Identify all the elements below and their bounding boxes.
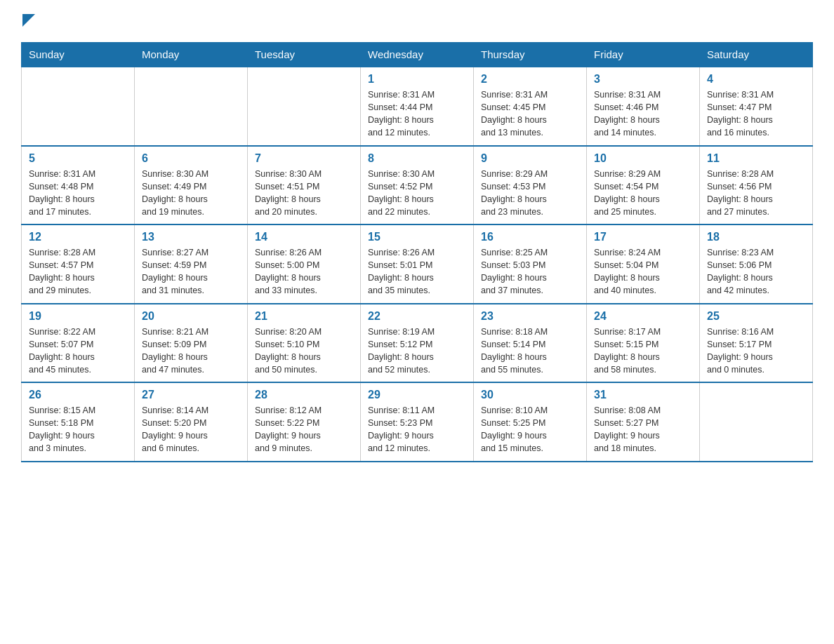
day-number: 22 [368,310,466,323]
col-header-wednesday: Wednesday [361,43,474,67]
empty-cell [135,67,248,146]
week-row-5: 26Sunrise: 8:15 AMSunset: 5:18 PMDayligh… [22,382,813,462]
day-number: 31 [594,389,692,401]
day-info: Sunrise: 8:28 AMSunset: 4:57 PMDaylight:… [29,246,127,297]
day-info: Sunrise: 8:18 AMSunset: 5:14 PMDaylight:… [481,326,579,377]
empty-cell [248,67,361,146]
day-info: Sunrise: 8:29 AMSunset: 4:53 PMDaylight:… [481,168,579,219]
day-cell-30: 30Sunrise: 8:10 AMSunset: 5:25 PMDayligh… [474,382,587,462]
day-number: 2 [481,73,579,86]
day-info: Sunrise: 8:12 AMSunset: 5:22 PMDaylight:… [255,404,353,455]
day-cell-10: 10Sunrise: 8:29 AMSunset: 4:54 PMDayligh… [587,146,700,225]
col-header-tuesday: Tuesday [248,43,361,67]
day-number: 20 [142,310,240,323]
logo-arrow-icon [22,14,35,27]
day-number: 27 [142,389,240,401]
day-info: Sunrise: 8:26 AMSunset: 5:00 PMDaylight:… [255,246,353,297]
day-cell-22: 22Sunrise: 8:19 AMSunset: 5:12 PMDayligh… [361,304,474,383]
day-info: Sunrise: 8:31 AMSunset: 4:46 PMDaylight:… [594,88,692,140]
day-info: Sunrise: 8:26 AMSunset: 5:01 PMDaylight:… [368,246,466,297]
day-cell-6: 6Sunrise: 8:30 AMSunset: 4:49 PMDaylight… [135,146,248,225]
day-info: Sunrise: 8:21 AMSunset: 5:09 PMDaylight:… [142,326,240,377]
day-number: 23 [481,310,579,323]
logo[interactable] [21,14,35,29]
day-number: 18 [707,231,805,243]
day-number: 26 [29,389,127,401]
calendar-table: SundayMondayTuesdayWednesdayThursdayFrid… [21,42,813,462]
day-info: Sunrise: 8:22 AMSunset: 5:07 PMDaylight:… [29,326,127,377]
col-header-monday: Monday [135,43,248,67]
week-row-1: 1Sunrise: 8:31 AMSunset: 4:44 PMDaylight… [22,67,813,146]
day-number: 15 [368,231,466,243]
day-cell-12: 12Sunrise: 8:28 AMSunset: 4:57 PMDayligh… [22,224,135,304]
day-number: 25 [707,310,805,323]
day-info: Sunrise: 8:30 AMSunset: 4:52 PMDaylight:… [368,168,466,219]
day-info: Sunrise: 8:14 AMSunset: 5:20 PMDaylight:… [142,404,240,455]
day-cell-20: 20Sunrise: 8:21 AMSunset: 5:09 PMDayligh… [135,304,248,383]
empty-cell [700,382,813,462]
day-number: 11 [707,152,805,165]
day-number: 21 [255,310,353,323]
day-info: Sunrise: 8:31 AMSunset: 4:47 PMDaylight:… [707,88,805,140]
day-number: 3 [594,73,692,86]
day-number: 7 [255,152,353,165]
day-cell-8: 8Sunrise: 8:30 AMSunset: 4:52 PMDaylight… [361,146,474,225]
day-info: Sunrise: 8:16 AMSunset: 5:17 PMDaylight:… [707,326,805,377]
day-cell-17: 17Sunrise: 8:24 AMSunset: 5:04 PMDayligh… [587,224,700,304]
day-info: Sunrise: 8:29 AMSunset: 4:54 PMDaylight:… [594,168,692,219]
page-header [21,14,813,29]
header-row: SundayMondayTuesdayWednesdayThursdayFrid… [22,43,813,67]
day-number: 9 [481,152,579,165]
col-header-saturday: Saturday [700,43,813,67]
day-number: 28 [255,389,353,401]
day-cell-1: 1Sunrise: 8:31 AMSunset: 4:44 PMDaylight… [361,67,474,146]
day-info: Sunrise: 8:23 AMSunset: 5:06 PMDaylight:… [707,246,805,297]
day-info: Sunrise: 8:08 AMSunset: 5:27 PMDaylight:… [594,404,692,455]
day-cell-26: 26Sunrise: 8:15 AMSunset: 5:18 PMDayligh… [22,382,135,462]
day-cell-23: 23Sunrise: 8:18 AMSunset: 5:14 PMDayligh… [474,304,587,383]
day-number: 12 [29,231,127,243]
day-info: Sunrise: 8:19 AMSunset: 5:12 PMDaylight:… [368,326,466,377]
week-row-4: 19Sunrise: 8:22 AMSunset: 5:07 PMDayligh… [22,304,813,383]
col-header-friday: Friday [587,43,700,67]
svg-marker-0 [22,14,35,27]
day-number: 1 [368,73,466,86]
empty-cell [22,67,135,146]
day-info: Sunrise: 8:25 AMSunset: 5:03 PMDaylight:… [481,246,579,297]
day-number: 13 [142,231,240,243]
day-cell-5: 5Sunrise: 8:31 AMSunset: 4:48 PMDaylight… [22,146,135,225]
week-row-2: 5Sunrise: 8:31 AMSunset: 4:48 PMDaylight… [22,146,813,225]
day-number: 10 [594,152,692,165]
day-cell-14: 14Sunrise: 8:26 AMSunset: 5:00 PMDayligh… [248,224,361,304]
day-number: 6 [142,152,240,165]
day-info: Sunrise: 8:30 AMSunset: 4:49 PMDaylight:… [142,168,240,219]
day-number: 19 [29,310,127,323]
day-number: 5 [29,152,127,165]
day-cell-27: 27Sunrise: 8:14 AMSunset: 5:20 PMDayligh… [135,382,248,462]
day-info: Sunrise: 8:30 AMSunset: 4:51 PMDaylight:… [255,168,353,219]
day-info: Sunrise: 8:24 AMSunset: 5:04 PMDaylight:… [594,246,692,297]
day-info: Sunrise: 8:10 AMSunset: 5:25 PMDaylight:… [481,404,579,455]
day-cell-21: 21Sunrise: 8:20 AMSunset: 5:10 PMDayligh… [248,304,361,383]
day-cell-7: 7Sunrise: 8:30 AMSunset: 4:51 PMDaylight… [248,146,361,225]
day-cell-9: 9Sunrise: 8:29 AMSunset: 4:53 PMDaylight… [474,146,587,225]
day-info: Sunrise: 8:31 AMSunset: 4:44 PMDaylight:… [368,88,466,140]
day-cell-31: 31Sunrise: 8:08 AMSunset: 5:27 PMDayligh… [587,382,700,462]
day-cell-25: 25Sunrise: 8:16 AMSunset: 5:17 PMDayligh… [700,304,813,383]
day-number: 16 [481,231,579,243]
week-row-3: 12Sunrise: 8:28 AMSunset: 4:57 PMDayligh… [22,224,813,304]
col-header-thursday: Thursday [474,43,587,67]
day-cell-16: 16Sunrise: 8:25 AMSunset: 5:03 PMDayligh… [474,224,587,304]
day-cell-24: 24Sunrise: 8:17 AMSunset: 5:15 PMDayligh… [587,304,700,383]
day-info: Sunrise: 8:17 AMSunset: 5:15 PMDaylight:… [594,326,692,377]
day-cell-29: 29Sunrise: 8:11 AMSunset: 5:23 PMDayligh… [361,382,474,462]
day-number: 24 [594,310,692,323]
day-cell-28: 28Sunrise: 8:12 AMSunset: 5:22 PMDayligh… [248,382,361,462]
day-number: 17 [594,231,692,243]
day-cell-2: 2Sunrise: 8:31 AMSunset: 4:45 PMDaylight… [474,67,587,146]
day-number: 4 [707,73,805,86]
day-number: 29 [368,389,466,401]
day-info: Sunrise: 8:28 AMSunset: 4:56 PMDaylight:… [707,168,805,219]
day-cell-13: 13Sunrise: 8:27 AMSunset: 4:59 PMDayligh… [135,224,248,304]
day-cell-11: 11Sunrise: 8:28 AMSunset: 4:56 PMDayligh… [700,146,813,225]
